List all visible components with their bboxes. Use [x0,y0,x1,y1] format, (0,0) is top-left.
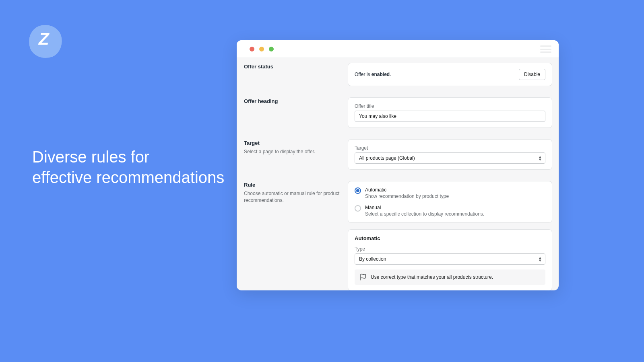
automatic-card: Automatic Type By collection ▴▾ Use corr… [348,229,552,290]
flag-icon [359,274,367,281]
automatic-label: Automatic [365,187,449,193]
window-titlebar [237,40,559,58]
manual-sub: Select a specific collection to display … [365,211,484,217]
menu-icon[interactable] [540,45,551,53]
target-select[interactable]: All products page (Global) [355,152,545,164]
offer-title-label: Offer title [355,103,545,109]
automatic-section-title: Automatic [355,235,545,241]
automatic-type-select[interactable]: By collection [355,253,545,265]
offer-status-card: Offer is enabled. Disable [348,63,552,86]
target-desc: Select a page to display the offer. [244,148,341,155]
radio-icon [355,205,361,212]
content-pane: Offer status Offer is enabled. Disable O… [237,58,559,290]
target-label: Target [355,145,545,151]
offer-status-text: Offer is enabled. [355,72,391,77]
radio-icon [355,187,361,194]
logo-letter: Z [39,31,49,47]
close-icon[interactable] [250,47,254,51]
traffic-lights [250,47,274,51]
maximize-icon[interactable] [269,47,274,51]
minimize-icon[interactable] [259,47,264,51]
rule-option-manual[interactable]: Manual Select a specific collection to d… [355,205,545,217]
rule-card: Automatic Show recommendation by product… [348,181,552,223]
target-title: Target [244,140,341,146]
app-logo: Z [29,25,62,58]
rule-desc: Choose automatic or manual rule for prod… [244,190,341,204]
hero-headline: Diverse rules for effective recommendati… [32,147,224,188]
disable-button[interactable]: Disable [519,69,545,80]
automatic-sub: Show recommendation by product type [365,193,449,199]
hint-text: Use correct type that matches your all p… [371,274,493,280]
type-label: Type [355,246,545,252]
rule-option-automatic[interactable]: Automatic Show recommendation by product… [355,187,545,199]
manual-label: Manual [365,205,484,210]
offer-status-title: Offer status [244,64,341,70]
app-window: Offer status Offer is enabled. Disable O… [237,40,559,290]
target-card: Target All products page (Global) ▴▾ [348,139,552,170]
hint-box: Use correct type that matches your all p… [355,269,545,285]
rule-title: Rule [244,182,341,188]
offer-title-input[interactable] [355,111,545,122]
offer-heading-title: Offer heading [244,98,341,104]
offer-heading-card: Offer title [348,97,552,128]
